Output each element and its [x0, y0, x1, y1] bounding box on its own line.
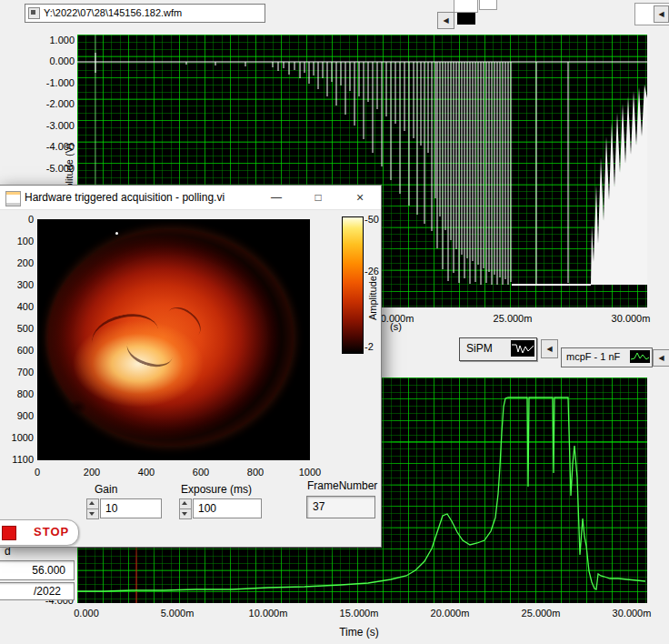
img-ytick: 800 — [6, 388, 34, 399]
cutoff-control-box: ◀ — [634, 3, 669, 25]
window-title: Hardware triggered acquisition - polling… — [25, 191, 225, 204]
wfm-path-text: Y:\2022\07\28\145156.182.wfm — [44, 7, 182, 18]
top-graph-xlabel: (s) — [390, 321, 402, 332]
vi-icon — [5, 191, 21, 206]
gain-input[interactable]: 10 — [100, 498, 162, 518]
img-ytick: 900 — [6, 410, 34, 421]
ramp-tick: -2 — [364, 341, 388, 352]
time-readout-value: 56.000 — [32, 564, 65, 577]
img-ytick: 600 — [6, 345, 34, 356]
ramp-label: Amplitude — [367, 276, 378, 320]
gain-label: Gain — [95, 483, 117, 496]
top-graph-ytick: -3.000 — [35, 120, 75, 131]
bottom-graph-xtick: 0.000 — [59, 608, 114, 619]
arrow-left-icon: ◀ — [658, 10, 664, 18]
img-xtick: 200 — [74, 467, 110, 478]
top-graph-ytick: -1.000 — [35, 77, 75, 88]
camera-image-display — [37, 219, 310, 460]
stop-square-icon — [2, 526, 16, 540]
img-ytick: 400 — [6, 301, 34, 312]
exposure-value: 100 — [198, 502, 216, 515]
cutoff-legend-icon — [457, 13, 475, 25]
arrow-left-icon: ◀ — [658, 354, 664, 362]
graph-scroll-left-button[interactable]: ◀ — [654, 5, 669, 23]
exposure-label: Exposure (ms) — [181, 483, 252, 496]
stop-button-label: STOP — [34, 525, 69, 538]
bottom-graph-xtick: 15.000m — [332, 608, 386, 619]
bottom-graph-xtick: 5.000m — [150, 608, 205, 619]
image-artifact — [65, 397, 90, 418]
frame-number-value: 37 — [313, 500, 325, 513]
img-xtick: 800 — [237, 467, 274, 478]
bottom-graph-xtick: 30.000m — [604, 608, 659, 619]
exposure-spinner[interactable] — [179, 498, 192, 519]
time-readout: 56.000 — [0, 560, 75, 580]
cutoff-control-box — [479, 0, 497, 10]
gain-value: 10 — [105, 502, 117, 515]
img-xtick: 600 — [183, 467, 219, 478]
img-xtick: 400 — [128, 467, 165, 478]
top-graph-ytick: -2.000 — [35, 98, 75, 109]
acquisition-titlebar[interactable]: Hardware triggered acquisition - polling… — [0, 186, 381, 210]
date-readout: /2022 — [0, 582, 75, 600]
img-ytick: 0 — [6, 214, 34, 225]
exposure-input[interactable]: 100 — [193, 498, 262, 518]
bottom-graph-xtick: 25.000m — [514, 608, 568, 619]
frame-number-label: FrameNumber — [307, 479, 377, 492]
stop-button[interactable]: STOP — [0, 519, 79, 546]
gain-spinner[interactable] — [86, 498, 99, 519]
img-ytick: 500 — [6, 323, 34, 334]
img-xtick: 0 — [19, 467, 55, 478]
maximize-button[interactable]: □ — [297, 186, 339, 210]
img-ytick: 200 — [6, 257, 34, 268]
legend-scroll-left-button[interactable]: ◀ — [653, 349, 669, 367]
legend-mcp[interactable]: mcpF - 1 nF — [561, 347, 653, 367]
path-type-icon — [28, 7, 40, 19]
bottom-graph-xtick: 20.000m — [423, 608, 477, 619]
sipm-plot-style-icon — [511, 340, 534, 357]
ramp-tick: -50 — [364, 214, 388, 225]
img-xtick: 1000 — [292, 467, 328, 478]
frame-number-indicator: 37 — [306, 496, 375, 518]
decrement-icon[interactable] — [86, 508, 99, 519]
arrow-left-icon: ◀ — [546, 345, 552, 353]
img-ytick: 1000 — [6, 432, 34, 443]
desktop: Y:\2022\07\28\145156.182.wfm ◀ ◀ 1.000 0… — [0, 0, 669, 644]
close-button[interactable]: × — [339, 186, 381, 210]
color-ramp — [342, 216, 364, 354]
img-ytick: 300 — [6, 279, 34, 290]
img-ytick: 700 — [6, 367, 34, 377]
legend-sipm[interactable]: SiPM — [459, 337, 537, 361]
img-ytick: 1100 — [6, 454, 34, 465]
legend-sipm-label: SiPM — [466, 342, 493, 355]
top-graph-xtick: 25.000m — [485, 313, 540, 324]
bottom-graph-xlabel: Time (s) — [330, 626, 388, 639]
legend-scroll-left-button[interactable]: ◀ — [541, 339, 558, 358]
image-bright-speck — [115, 232, 118, 235]
mcp-plot-style-icon — [630, 350, 650, 363]
decrement-icon[interactable] — [179, 508, 192, 519]
arrow-left-icon: ◀ — [443, 16, 448, 25]
legend-mcp-label: mcpF - 1 nF — [566, 351, 620, 362]
top-graph-xtick: 30.000m — [604, 313, 658, 324]
img-ytick: 100 — [6, 236, 34, 247]
top-graph-ytick: 0.000 — [35, 55, 75, 66]
wfm-path-field[interactable]: Y:\2022\07\28\145156.182.wfm — [25, 4, 265, 23]
graph-scroll-left-button[interactable]: ◀ — [437, 12, 454, 29]
minimize-button[interactable]: — — [255, 186, 297, 210]
cutoff-control-box — [454, 0, 478, 13]
acquisition-window: Hardware triggered acquisition - polling… — [0, 185, 382, 548]
bottom-graph-xtick: 10.000m — [241, 608, 295, 619]
top-graph-ytick: 1.000 — [35, 35, 75, 45]
date-readout-value: /2022 — [34, 585, 61, 598]
